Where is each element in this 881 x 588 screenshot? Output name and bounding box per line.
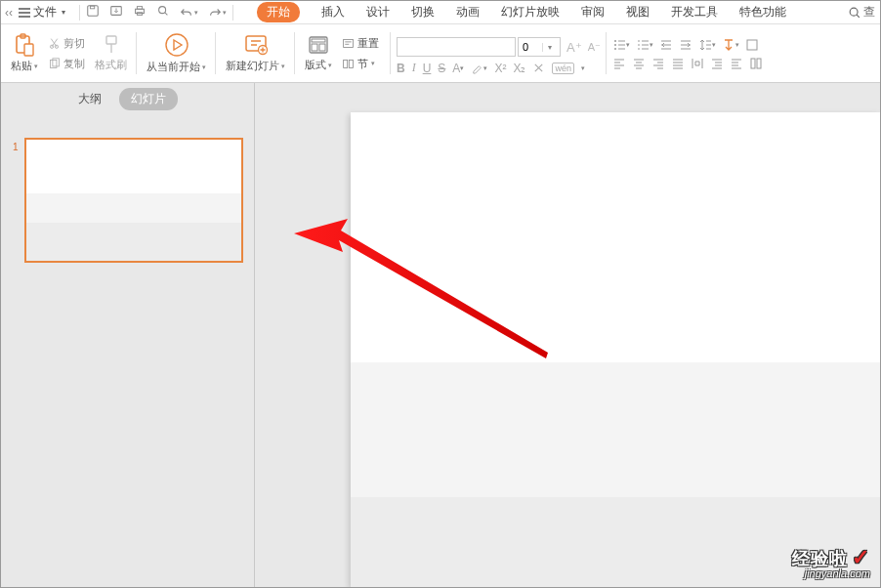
align-center-button[interactable]: [632, 57, 646, 70]
bold-button[interactable]: B: [397, 62, 405, 75]
new-slide-button[interactable]: 新建幻灯片▾: [222, 30, 289, 76]
format-painter-button[interactable]: 格式刷: [91, 31, 131, 75]
svg-rect-22: [319, 44, 325, 51]
file-menu-label: 文件: [33, 4, 57, 21]
indent-left-button[interactable]: [710, 57, 724, 70]
slide-canvas-area: [255, 83, 880, 587]
print-icon[interactable]: [133, 4, 147, 21]
save-icon[interactable]: [86, 4, 100, 21]
svg-rect-21: [312, 44, 317, 51]
svg-point-27: [614, 44, 616, 46]
svg-rect-25: [349, 60, 353, 67]
text-direction-button[interactable]: ▾: [722, 38, 739, 52]
undo-button[interactable]: ▾: [180, 6, 198, 20]
svg-rect-31: [757, 59, 761, 68]
collapse-sidebar-icon[interactable]: ‹‹: [5, 6, 13, 20]
svg-point-7: [850, 8, 858, 16]
line-spacing-button[interactable]: ▾: [698, 38, 716, 52]
tab-slideshow[interactable]: 幻灯片放映: [501, 4, 560, 21]
svg-rect-29: [747, 40, 757, 50]
svg-point-28: [614, 48, 616, 50]
increase-font-icon[interactable]: A⁺: [566, 40, 582, 55]
svg-rect-15: [106, 36, 116, 44]
slides-view-tab[interactable]: 幻灯片: [119, 88, 178, 110]
slide-number: 1: [13, 142, 19, 152]
svg-rect-30: [751, 59, 755, 68]
align-justify-button[interactable]: [671, 57, 685, 70]
clear-format-button[interactable]: [532, 62, 545, 74]
tab-view[interactable]: 视图: [626, 4, 650, 21]
tab-animation[interactable]: 动画: [456, 4, 480, 21]
svg-rect-10: [24, 44, 33, 56]
indent-right-button[interactable]: [730, 57, 743, 70]
decrease-font-icon[interactable]: A⁻: [588, 41, 601, 54]
print-preview-icon[interactable]: [156, 4, 170, 21]
svg-rect-23: [344, 39, 354, 47]
outline-view-tab[interactable]: 大纲: [78, 91, 102, 107]
numbering-button[interactable]: ▾: [636, 38, 653, 52]
decrease-indent-button[interactable]: [659, 38, 673, 52]
slide-thumbnail-panel: 1: [1, 114, 254, 587]
tab-insert[interactable]: 插入: [321, 4, 345, 21]
tab-transition[interactable]: 切换: [411, 4, 435, 21]
from-current-button[interactable]: 从当前开始▾: [143, 29, 210, 77]
tab-review[interactable]: 审阅: [581, 4, 605, 21]
font-color-button[interactable]: A▾: [452, 62, 464, 75]
layout-button[interactable]: 版式▾: [301, 31, 336, 75]
subscript-button[interactable]: X₂: [513, 62, 525, 75]
slide-thumbnail-1[interactable]: [24, 138, 243, 263]
svg-point-6: [159, 7, 166, 14]
superscript-button[interactable]: X²: [494, 62, 506, 75]
phonetic-button[interactable]: wén: [552, 63, 574, 74]
svg-rect-4: [137, 7, 142, 10]
watermark: 经验啦✓ jingyanla.com: [792, 545, 870, 579]
svg-rect-24: [344, 60, 348, 67]
italic-button[interactable]: I: [412, 61, 416, 75]
file-menu[interactable]: 文件 ▾: [19, 4, 65, 21]
distribute-h-button[interactable]: [691, 57, 704, 70]
svg-rect-20: [312, 39, 325, 42]
search-button[interactable]: 查: [848, 4, 876, 21]
increase-indent-button[interactable]: [679, 38, 692, 52]
slide-canvas[interactable]: [351, 112, 880, 587]
section-button[interactable]: 节▾: [340, 56, 381, 72]
font-size-combo[interactable]: ▾: [518, 37, 561, 57]
export-icon[interactable]: [109, 4, 123, 21]
font-name-combo[interactable]: ▾: [397, 37, 516, 57]
search-label: 查: [863, 4, 875, 21]
columns-button[interactable]: [749, 57, 763, 70]
copy-button[interactable]: 复制: [46, 56, 87, 72]
tab-design[interactable]: 设计: [366, 4, 390, 21]
svg-point-16: [166, 34, 188, 56]
cut-button[interactable]: 剪切: [46, 35, 87, 52]
tab-devtools[interactable]: 开发工具: [671, 4, 718, 21]
svg-rect-0: [88, 6, 99, 17]
svg-point-26: [614, 40, 616, 42]
bullets-button[interactable]: ▾: [612, 38, 630, 52]
reset-button[interactable]: 重置: [340, 35, 381, 52]
more-para-icon[interactable]: [745, 38, 759, 52]
tab-start[interactable]: 开始: [257, 2, 300, 22]
redo-button[interactable]: ▾: [208, 6, 227, 20]
svg-rect-1: [90, 6, 94, 9]
paste-button[interactable]: 粘贴▾: [7, 30, 42, 76]
tab-special[interactable]: 特色功能: [739, 4, 786, 21]
strike-button[interactable]: S: [438, 62, 445, 75]
align-right-button[interactable]: [651, 57, 665, 70]
highlight-button[interactable]: ▾: [471, 62, 487, 74]
font-size-input[interactable]: [519, 41, 542, 53]
align-left-button[interactable]: [612, 57, 626, 70]
underline-button[interactable]: U: [423, 62, 432, 75]
